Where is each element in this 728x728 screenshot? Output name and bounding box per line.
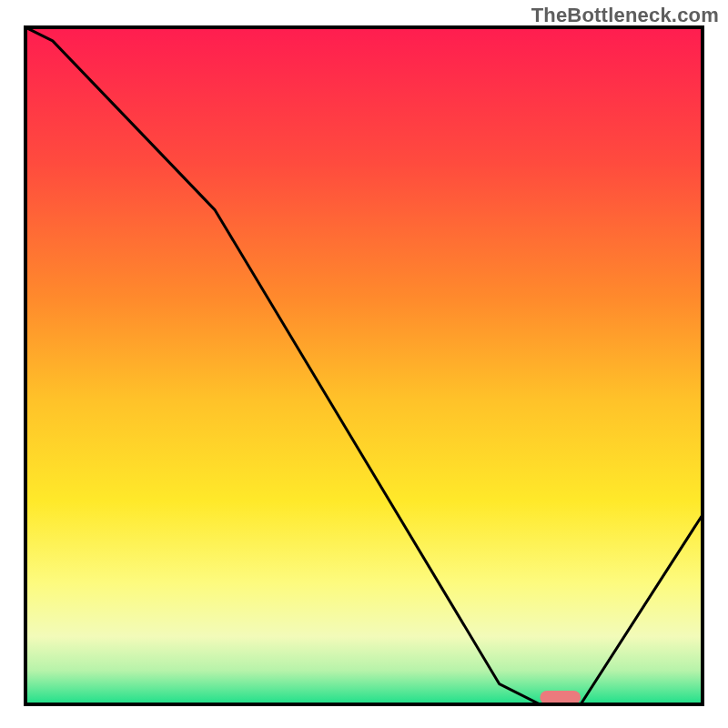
gradient-background [25,27,703,704]
optimal-marker [540,691,581,704]
chart-container: TheBottleneck.com [0,0,728,728]
bottleneck-chart [0,0,728,728]
